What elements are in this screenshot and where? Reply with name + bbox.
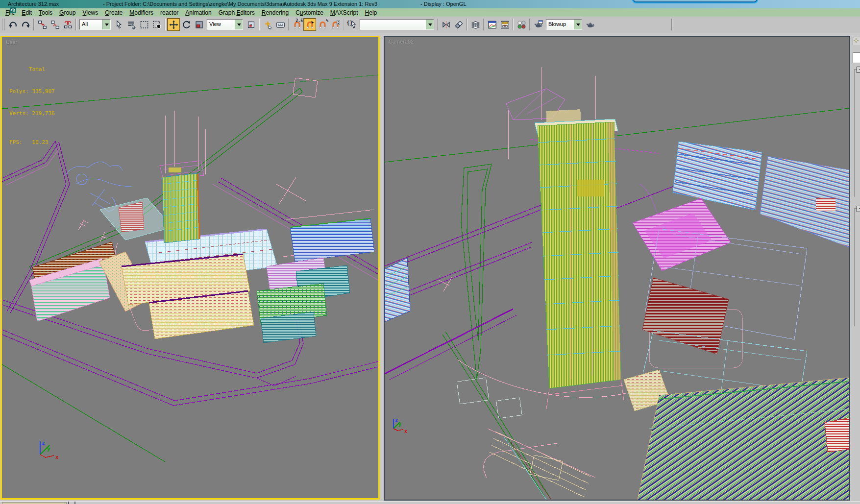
menu-help[interactable]: Help [362,9,381,17]
cursor-icon [114,20,123,29]
selection-filter-dropdown[interactable]: All [79,19,111,30]
unlink-icon [50,20,60,29]
renderscene-icon [534,20,543,29]
statistics-overlay: Total Polys: 335,907 Verts: 219,736 FPS:… [9,51,55,161]
menu-animation[interactable]: Animation [182,9,215,17]
keyboard-override-button[interactable] [274,18,287,31]
title-app-version: - Autodesk 3ds Max 9 Extension 1: Rev3 [280,1,377,7]
title-display-driver: - Display : OpenGL [420,1,467,7]
toolbar-separator [75,19,76,30]
trackbar-strip [0,501,860,504]
redo-icon [21,20,30,29]
rectangular-selection-button[interactable] [138,18,150,31]
toolbar-separator [467,19,467,30]
schematic-view-button[interactable] [498,18,511,31]
viewport-label-user[interactable]: User [6,39,17,45]
create-tab-icon[interactable] [853,37,860,45]
menu-graph-editors[interactable]: Graph Editors [215,9,258,17]
byname-icon [127,20,136,29]
redo-button[interactable] [19,18,32,31]
camera02-viewport-scene: z y x [385,37,849,500]
command-panel-sliver[interactable]: - - [851,36,860,501]
menu-views[interactable]: Views [79,9,101,17]
unlink-selection-button[interactable] [49,18,61,31]
menu-edit[interactable]: Edit [18,9,35,17]
edit-named-selections-button[interactable]: {} [345,18,358,31]
select-by-name-button[interactable] [125,18,138,31]
trackbar-tick [68,502,69,504]
app-icon [1,1,7,7]
use-pivot-point-button[interactable] [245,18,257,31]
titlebar[interactable]: Architecture 312.max - Project Folder: C… [0,0,860,8]
chevron-down-icon[interactable] [426,20,434,29]
menu-create[interactable]: Create [101,9,126,17]
render-type-dropdown-value: Blowup [546,20,574,29]
select-object-button[interactable] [112,18,125,31]
render-type-dropdown[interactable]: Blowup [546,19,582,30]
stats-verts: Verts: 219,736 [9,110,55,117]
chevron-down-icon[interactable] [102,20,110,29]
rollout-fragment-1[interactable]: - [854,69,860,197]
undo-button[interactable] [6,18,19,31]
magnetspin-icon [331,20,340,29]
axis-y-label: y [398,422,401,427]
main-toolbar: AllView2.5%{}Blowup [0,17,860,32]
rotate-icon [182,20,191,29]
snap-toggle-25-button[interactable]: 2.5 [291,18,303,31]
reference-coordinate-dropdown[interactable]: View [207,19,243,30]
align-button[interactable] [452,18,465,31]
link-icon [38,20,47,29]
select-and-manipulate-button[interactable] [261,18,274,31]
title-filename: Architecture 312.max [8,1,59,7]
toolbar-drag-handle[interactable] [2,19,5,30]
render-scene-button[interactable] [532,18,544,31]
bind-to-space-warp-button[interactable] [61,18,74,31]
quick-render-button[interactable] [584,18,596,31]
kbd-icon [276,20,285,29]
stats-total: Total [9,66,55,73]
spinner-snap-button[interactable] [329,18,342,31]
select-and-scale-button[interactable] [193,18,205,31]
focus-outline-artifact [632,0,758,3]
menu-customize[interactable]: Customize [292,9,327,17]
rectsel-icon [140,20,149,29]
selection-filter-dropdown-value: All [80,20,102,29]
time-slider-fragment[interactable] [2,502,67,504]
select-and-link-button[interactable] [36,18,49,31]
window-crossing-button[interactable] [150,18,163,31]
percent-snap-button[interactable]: % [316,18,329,31]
viewport-camera02[interactable]: z y x Camera02 [384,36,850,501]
named-selection-dropdown[interactable] [360,19,434,30]
reference-coordinate-dropdown-value: View [207,20,235,29]
curve-editor-button[interactable] [486,18,498,31]
material-editor-button[interactable] [515,18,528,31]
rollout-collapse-button[interactable]: - [857,206,860,212]
select-and-rotate-button[interactable] [180,18,193,31]
chevron-down-icon[interactable] [235,20,243,29]
menu-tools[interactable]: Tools [35,9,56,17]
menu-maxscript[interactable]: MAXScript [327,9,362,17]
manip-icon [263,20,272,29]
viewport-label-camera02[interactable]: Camera02 [389,39,414,45]
axis-y-label: y [47,446,50,452]
menu-reactor[interactable]: reactor [157,9,182,17]
mirror-button[interactable] [440,18,452,31]
chevron-down-icon[interactable] [574,20,582,29]
magnetang-icon [305,20,315,29]
angle-snap-button[interactable] [303,18,316,31]
pivot-icon [246,20,256,29]
layer-manager-button[interactable] [469,18,482,31]
axis-z-label: z [42,440,45,446]
viewport-user[interactable]: z y x User Total Polys: 335,907 Verts: 2… [0,36,380,500]
select-and-move-button[interactable] [167,18,180,31]
menu-modifiers[interactable]: Modifiers [126,9,157,17]
menu-group[interactable]: Group [56,9,79,17]
rollout-collapse-button[interactable]: - [857,67,860,73]
quickrender-icon [586,20,595,29]
menubar: FileEditToolsGroupViewsCreateModifiersre… [0,8,860,17]
rollout-fragment-2[interactable]: - [854,208,860,326]
layers-icon [471,20,480,29]
menu-rendering[interactable]: Rendering [258,9,292,17]
viewport-area: z y x User Total Polys: 335,907 Verts: 2… [0,32,860,501]
panel-field-fragment[interactable] [853,52,860,63]
